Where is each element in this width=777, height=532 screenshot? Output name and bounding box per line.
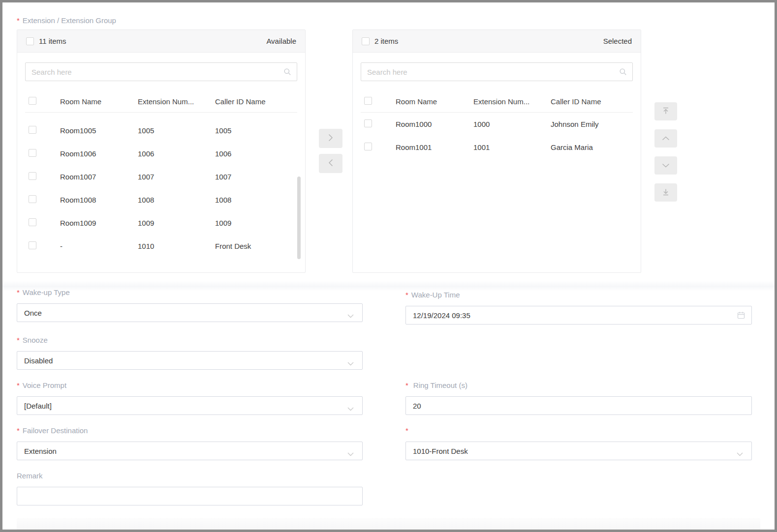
select-all-checkbox[interactable] xyxy=(26,37,34,45)
row-checkbox[interactable] xyxy=(29,149,36,157)
chevron-down-icon xyxy=(347,359,354,367)
room-name-cell: Room1009 xyxy=(60,219,138,227)
section-divider xyxy=(0,281,777,291)
move-down-button[interactable] xyxy=(654,156,677,175)
wake-up-type-label: *Wake-up Type xyxy=(17,288,70,296)
selected-rows: Room1000 1000 Johnson Emily Room1001 100… xyxy=(361,113,633,159)
chevron-down-icon xyxy=(347,449,354,458)
column-room-name: Room Name xyxy=(60,97,138,106)
search-input[interactable] xyxy=(361,62,633,81)
extension-number-cell: 1010 xyxy=(138,242,215,250)
voice-prompt-label: *Voice Prompt xyxy=(17,381,66,389)
move-to-bottom-button[interactable] xyxy=(654,183,677,202)
extension-number-cell: 1001 xyxy=(473,143,551,151)
room-name-cell: Room1006 xyxy=(60,149,138,158)
row-checkbox[interactable] xyxy=(29,126,36,134)
available-title: Available xyxy=(266,37,296,45)
move-to-selected-button[interactable] xyxy=(319,129,342,148)
table-row[interactable]: Room1007 1007 1007 xyxy=(25,165,297,188)
required-asterisk: * xyxy=(17,288,20,296)
selected-search xyxy=(361,62,633,81)
extension-number-cell: 1005 xyxy=(138,126,215,135)
chevron-up-icon xyxy=(662,135,670,142)
available-rows: Room1005 1005 1005 Room1006 1006 1006 Ro… xyxy=(25,119,297,258)
failover-destination-select[interactable]: Extension xyxy=(17,442,363,460)
required-asterisk: * xyxy=(405,381,408,389)
selected-panel-header: 2 items Selected xyxy=(353,30,641,53)
available-panel: 11 items Available Room Name Extension N… xyxy=(17,30,306,273)
extension-number-cell: 1008 xyxy=(138,196,215,204)
search-icon xyxy=(283,68,291,78)
snooze-select[interactable]: Disabled xyxy=(17,351,363,370)
remark-input[interactable] xyxy=(17,487,363,505)
select-all-checkbox[interactable] xyxy=(362,37,370,45)
caller-id-cell: 1006 xyxy=(215,149,297,158)
row-checkbox[interactable] xyxy=(29,195,36,203)
table-row[interactable]: Room1008 1008 1008 xyxy=(25,188,297,211)
required-asterisk: * xyxy=(405,291,408,299)
wakeup-call-form: *Extension / Extension Group 11 items Av… xyxy=(0,0,777,532)
chevron-down-icon xyxy=(347,404,354,413)
available-search xyxy=(25,62,297,81)
required-asterisk: * xyxy=(17,336,20,344)
scrollbar[interactable] xyxy=(297,177,301,259)
table-row[interactable]: Room1000 1000 Johnson Emily xyxy=(361,113,633,136)
room-name-cell: Room1001 xyxy=(396,143,473,151)
caller-id-cell: 1005 xyxy=(215,126,297,135)
required-asterisk: * xyxy=(405,426,408,435)
chevron-down-icon xyxy=(347,311,354,320)
caller-id-cell: 1007 xyxy=(215,173,297,181)
selected-table-header: Room Name Extension Num... Caller ID Nam… xyxy=(361,91,633,113)
selected-title: Selected xyxy=(603,37,632,45)
required-asterisk: * xyxy=(17,381,20,389)
ring-timeout-label: *Ring Timeout (s) xyxy=(405,381,467,389)
row-checkbox[interactable] xyxy=(29,172,36,180)
room-name-cell: - xyxy=(60,242,138,250)
move-to-available-button[interactable] xyxy=(319,154,342,173)
extension-number-cell: 1009 xyxy=(138,219,215,227)
collapsed-section xyxy=(17,518,760,532)
header-checkbox[interactable] xyxy=(364,97,372,105)
extension-number-cell: 1007 xyxy=(138,173,215,181)
column-extension-number: Extension Num... xyxy=(473,97,551,106)
row-checkbox[interactable] xyxy=(364,143,372,150)
available-panel-header: 11 items Available xyxy=(17,30,305,53)
voice-prompt-select[interactable]: [Default] xyxy=(17,396,363,415)
caller-id-cell: Front Desk xyxy=(215,242,297,250)
chevron-down-icon xyxy=(737,449,743,458)
caller-id-cell: Garcia Maria xyxy=(551,143,633,151)
table-row[interactable]: Room1006 1006 1006 xyxy=(25,142,297,165)
row-checkbox[interactable] xyxy=(29,218,36,226)
required-asterisk: * xyxy=(17,16,20,25)
table-row[interactable]: Room1009 1009 1009 xyxy=(25,211,297,235)
required-asterisk: * xyxy=(17,426,20,435)
extension-number-cell: 1006 xyxy=(138,149,215,158)
failover-target-select[interactable]: 1010-Front Desk xyxy=(405,442,752,460)
row-checkbox[interactable] xyxy=(364,119,372,127)
table-row[interactable]: Room1005 1005 1005 xyxy=(25,119,297,142)
caller-id-cell: Johnson Emily xyxy=(551,120,633,128)
calendar-icon[interactable] xyxy=(737,311,745,321)
move-up-button[interactable] xyxy=(654,129,677,148)
selected-panel: 2 items Selected Room Name Extension Num… xyxy=(352,30,641,273)
available-table-header: Room Name Extension Num... Caller ID Nam… xyxy=(25,91,297,113)
move-to-top-button[interactable] xyxy=(654,102,677,120)
table-row[interactable]: Room1001 1001 Garcia Maria xyxy=(361,136,633,159)
ring-timeout-input[interactable] xyxy=(405,396,752,415)
search-input[interactable] xyxy=(25,62,297,81)
table-row[interactable]: - 1010 Front Desk xyxy=(25,235,297,258)
extension-number-cell: 1000 xyxy=(473,120,551,128)
row-checkbox[interactable] xyxy=(29,241,36,249)
column-caller-id-name: Caller ID Name xyxy=(215,97,297,106)
caller-id-cell: 1008 xyxy=(215,196,297,204)
room-name-cell: Room1005 xyxy=(60,126,138,135)
caller-id-cell: 1009 xyxy=(215,219,297,227)
snooze-label: *Snooze xyxy=(17,336,48,344)
wake-up-time-input[interactable] xyxy=(405,306,752,325)
search-icon xyxy=(619,68,627,78)
selected-count: 2 items xyxy=(374,37,398,45)
header-checkbox[interactable] xyxy=(29,97,36,105)
wake-up-type-select[interactable]: Once xyxy=(17,303,363,322)
column-caller-id-name: Caller ID Name xyxy=(551,97,633,106)
wake-up-time-label: *Wake-Up Time xyxy=(405,291,460,299)
